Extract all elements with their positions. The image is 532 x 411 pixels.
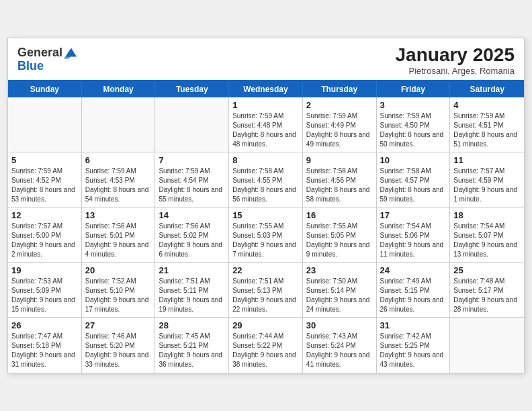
day-cell: 14Sunrise: 7:56 AMSunset: 5:02 PMDayligh… bbox=[155, 208, 229, 262]
day-cell: 12Sunrise: 7:57 AMSunset: 5:00 PMDayligh… bbox=[8, 208, 82, 262]
day-info: Sunrise: 7:52 AMSunset: 5:10 PMDaylight:… bbox=[85, 277, 152, 314]
weeks: 1Sunrise: 7:59 AMSunset: 4:48 PMDaylight… bbox=[8, 97, 524, 373]
day-number: 18 bbox=[453, 210, 521, 220]
day-cell: 31Sunrise: 7:42 AMSunset: 5:25 PMDayligh… bbox=[377, 318, 451, 373]
day-cell: 16Sunrise: 7:55 AMSunset: 5:05 PMDayligh… bbox=[303, 208, 377, 262]
day-cell: 5Sunrise: 7:59 AMSunset: 4:52 PMDaylight… bbox=[8, 152, 82, 207]
day-cell: 27Sunrise: 7:46 AMSunset: 5:20 PMDayligh… bbox=[82, 318, 156, 373]
logo-icon bbox=[64, 45, 79, 60]
calendar-container: General Blue January 2025 Pietrosani, Ar… bbox=[7, 38, 525, 373]
day-info: Sunrise: 7:58 AMSunset: 4:56 PMDaylight:… bbox=[306, 167, 373, 204]
day-info: Sunrise: 7:58 AMSunset: 4:55 PMDaylight:… bbox=[232, 167, 299, 204]
day-cell: 13Sunrise: 7:56 AMSunset: 5:01 PMDayligh… bbox=[82, 208, 156, 262]
day-number: 2 bbox=[306, 100, 373, 110]
day-info: Sunrise: 7:42 AMSunset: 5:25 PMDaylight:… bbox=[380, 332, 447, 369]
day-cell: 15Sunrise: 7:55 AMSunset: 5:03 PMDayligh… bbox=[229, 208, 303, 262]
day-cell bbox=[450, 318, 524, 373]
day-number: 26 bbox=[11, 320, 78, 330]
week-row: 12Sunrise: 7:57 AMSunset: 5:00 PMDayligh… bbox=[8, 208, 524, 263]
day-number: 30 bbox=[306, 320, 373, 330]
day-info: Sunrise: 7:57 AMSunset: 4:59 PMDaylight:… bbox=[453, 167, 521, 204]
day-cell: 28Sunrise: 7:45 AMSunset: 5:21 PMDayligh… bbox=[155, 318, 229, 373]
day-info: Sunrise: 7:59 AMSunset: 4:48 PMDaylight:… bbox=[232, 111, 299, 149]
day-number: 9 bbox=[306, 155, 373, 165]
day-cell: 23Sunrise: 7:50 AMSunset: 5:14 PMDayligh… bbox=[303, 263, 377, 317]
day-cell: 17Sunrise: 7:54 AMSunset: 5:06 PMDayligh… bbox=[377, 208, 451, 262]
day-info: Sunrise: 7:56 AMSunset: 5:01 PMDaylight:… bbox=[85, 222, 152, 259]
day-number: 31 bbox=[380, 320, 447, 330]
day-info: Sunrise: 7:43 AMSunset: 5:24 PMDaylight:… bbox=[306, 332, 373, 369]
day-header-thursday: Thursday bbox=[303, 81, 377, 97]
day-info: Sunrise: 7:59 AMSunset: 4:52 PMDaylight:… bbox=[11, 167, 78, 204]
day-cell: 11Sunrise: 7:57 AMSunset: 4:59 PMDayligh… bbox=[450, 152, 524, 207]
week-row: 5Sunrise: 7:59 AMSunset: 4:52 PMDaylight… bbox=[8, 152, 524, 208]
day-cell: 8Sunrise: 7:58 AMSunset: 4:55 PMDaylight… bbox=[229, 152, 303, 207]
day-cell: 19Sunrise: 7:53 AMSunset: 5:09 PMDayligh… bbox=[8, 263, 82, 317]
day-info: Sunrise: 7:55 AMSunset: 5:03 PMDaylight:… bbox=[232, 222, 299, 259]
day-cell: 1Sunrise: 7:59 AMSunset: 4:48 PMDaylight… bbox=[229, 97, 303, 152]
day-number: 11 bbox=[453, 155, 521, 165]
day-info: Sunrise: 7:46 AMSunset: 5:20 PMDaylight:… bbox=[85, 332, 152, 369]
day-info: Sunrise: 7:50 AMSunset: 5:14 PMDaylight:… bbox=[306, 277, 373, 314]
day-info: Sunrise: 7:59 AMSunset: 4:51 PMDaylight:… bbox=[453, 111, 521, 149]
logo: General Blue bbox=[17, 45, 79, 72]
day-number: 29 bbox=[232, 320, 299, 330]
title-block: January 2025 Pietrosani, Arges, Romania bbox=[396, 45, 515, 76]
day-number: 27 bbox=[85, 320, 152, 330]
day-cell: 7Sunrise: 7:59 AMSunset: 4:54 PMDaylight… bbox=[155, 152, 229, 207]
day-number: 21 bbox=[159, 265, 225, 275]
day-cell: 6Sunrise: 7:59 AMSunset: 4:53 PMDaylight… bbox=[82, 152, 156, 207]
day-header-friday: Friday bbox=[377, 81, 451, 97]
day-number: 1 bbox=[232, 100, 299, 110]
day-number: 10 bbox=[380, 155, 447, 165]
day-info: Sunrise: 7:57 AMSunset: 5:00 PMDaylight:… bbox=[11, 222, 78, 259]
day-cell: 26Sunrise: 7:47 AMSunset: 5:18 PMDayligh… bbox=[8, 318, 82, 373]
day-cell: 2Sunrise: 7:59 AMSunset: 4:49 PMDaylight… bbox=[303, 97, 377, 152]
day-cell: 18Sunrise: 7:54 AMSunset: 5:07 PMDayligh… bbox=[450, 208, 524, 262]
day-cell: 30Sunrise: 7:43 AMSunset: 5:24 PMDayligh… bbox=[303, 318, 377, 373]
day-number: 20 bbox=[85, 265, 152, 275]
day-cell: 29Sunrise: 7:44 AMSunset: 5:22 PMDayligh… bbox=[229, 318, 303, 373]
day-number: 16 bbox=[306, 210, 373, 220]
day-info: Sunrise: 7:49 AMSunset: 5:15 PMDaylight:… bbox=[380, 277, 447, 314]
day-cell bbox=[155, 97, 229, 152]
day-cell: 25Sunrise: 7:48 AMSunset: 5:17 PMDayligh… bbox=[450, 263, 524, 317]
day-cell: 10Sunrise: 7:58 AMSunset: 4:57 PMDayligh… bbox=[377, 152, 451, 207]
day-info: Sunrise: 7:53 AMSunset: 5:09 PMDaylight:… bbox=[11, 277, 78, 314]
day-header-saturday: Saturday bbox=[450, 81, 524, 97]
day-number: 6 bbox=[85, 155, 152, 165]
month-title: January 2025 bbox=[396, 45, 515, 66]
day-number: 15 bbox=[232, 210, 299, 220]
logo-blue-text: Blue bbox=[17, 60, 79, 72]
day-info: Sunrise: 7:59 AMSunset: 4:50 PMDaylight:… bbox=[380, 111, 447, 149]
day-info: Sunrise: 7:58 AMSunset: 4:57 PMDaylight:… bbox=[380, 167, 447, 204]
day-number: 4 bbox=[453, 100, 521, 110]
day-info: Sunrise: 7:51 AMSunset: 5:13 PMDaylight:… bbox=[232, 277, 299, 314]
day-cell: 24Sunrise: 7:49 AMSunset: 5:15 PMDayligh… bbox=[377, 263, 451, 317]
day-cell: 22Sunrise: 7:51 AMSunset: 5:13 PMDayligh… bbox=[229, 263, 303, 317]
week-row: 26Sunrise: 7:47 AMSunset: 5:18 PMDayligh… bbox=[8, 318, 524, 373]
day-number: 3 bbox=[380, 100, 447, 110]
day-info: Sunrise: 7:54 AMSunset: 5:06 PMDaylight:… bbox=[380, 222, 447, 259]
day-number: 14 bbox=[159, 210, 225, 220]
day-info: Sunrise: 7:48 AMSunset: 5:17 PMDaylight:… bbox=[453, 277, 521, 314]
location-subtitle: Pietrosani, Arges, Romania bbox=[396, 66, 515, 76]
day-cell: 3Sunrise: 7:59 AMSunset: 4:50 PMDaylight… bbox=[377, 97, 451, 152]
day-headers: SundayMondayTuesdayWednesdayThursdayFrid… bbox=[8, 81, 524, 97]
day-number: 17 bbox=[380, 210, 447, 220]
day-number: 23 bbox=[306, 265, 373, 275]
day-cell: 4Sunrise: 7:59 AMSunset: 4:51 PMDaylight… bbox=[450, 97, 524, 152]
day-number: 13 bbox=[85, 210, 152, 220]
day-info: Sunrise: 7:59 AMSunset: 4:54 PMDaylight:… bbox=[159, 167, 225, 204]
week-row: 19Sunrise: 7:53 AMSunset: 5:09 PMDayligh… bbox=[8, 263, 524, 318]
day-number: 12 bbox=[11, 210, 78, 220]
day-info: Sunrise: 7:59 AMSunset: 4:53 PMDaylight:… bbox=[85, 167, 152, 204]
day-cell: 21Sunrise: 7:51 AMSunset: 5:11 PMDayligh… bbox=[155, 263, 229, 317]
day-info: Sunrise: 7:54 AMSunset: 5:07 PMDaylight:… bbox=[453, 222, 521, 259]
day-number: 24 bbox=[380, 265, 447, 275]
day-cell bbox=[8, 97, 82, 152]
calendar-header: General Blue January 2025 Pietrosani, Ar… bbox=[8, 38, 524, 80]
day-cell bbox=[82, 97, 156, 152]
calendar-grid: SundayMondayTuesdayWednesdayThursdayFrid… bbox=[8, 80, 524, 373]
day-cell: 20Sunrise: 7:52 AMSunset: 5:10 PMDayligh… bbox=[82, 263, 156, 317]
